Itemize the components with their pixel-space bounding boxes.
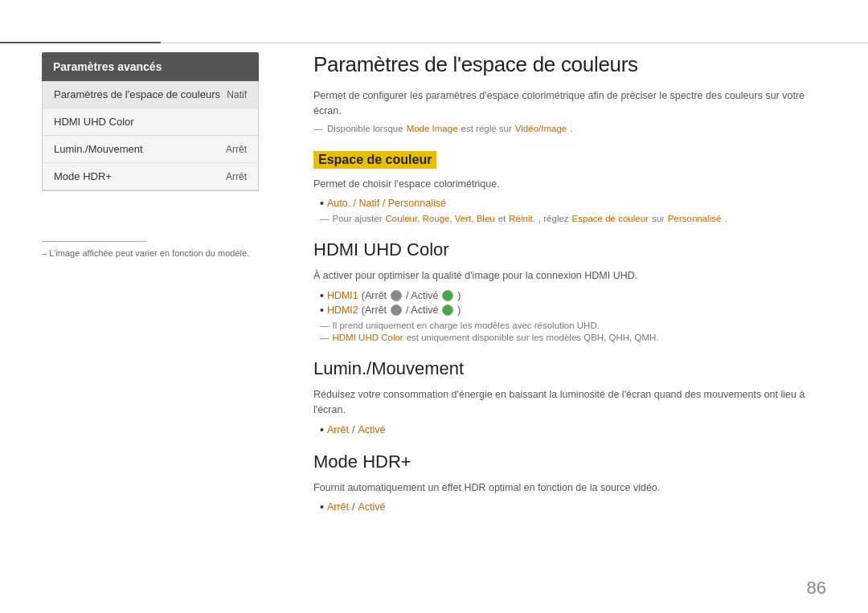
note2-link: HDMI UHD Color — [333, 333, 403, 342]
sidebar-title: Paramètres avancés — [42, 52, 259, 81]
sidebar-menu: Paramètres de l'espace de couleurs Natif… — [42, 81, 259, 191]
hdmi1-dot-green — [442, 290, 453, 301]
sub-note-links: Couleur, Rouge, Vert, Bleu — [386, 214, 495, 223]
hdmi1-end: ) — [457, 290, 461, 301]
sidebar-item-color-space[interactable]: Paramètres de l'espace de couleurs Natif — [43, 81, 258, 108]
sub-note-end: sur — [652, 214, 665, 223]
top-bar — [0, 42, 868, 43]
sidebar-note: – L'image affichée peut varier en foncti… — [42, 241, 259, 258]
hdmi2-end: ) — [457, 304, 461, 316]
page-title: Paramètres de l'espace de couleurs — [313, 52, 826, 77]
sidebar-note-line — [42, 241, 146, 242]
sub-note-suf: , réglez — [538, 214, 569, 223]
hdmi2-mid: (Arrêt — [362, 304, 387, 316]
section4-bullet: Arrêt / Activé — [320, 501, 826, 513]
note2-end: est uniquement disponible sur les modèle… — [407, 333, 659, 342]
section1-bullet1: Auto. / Natif / Personnalisé — [320, 198, 826, 209]
lumin-sep: / — [352, 424, 354, 435]
sub-note-pre: Pour ajuster — [333, 214, 383, 223]
hdmi1-link: HDMI1 — [327, 290, 358, 301]
section1-desc: Permet de choisir l'espace colorimétriqu… — [313, 177, 826, 192]
sub-note-link4: Personnalisé — [668, 214, 721, 223]
sidebar-item-lumin-value: Arrêt — [226, 144, 247, 155]
sidebar-item-color-space-label: Paramètres de l'espace de couleurs — [54, 88, 220, 100]
lumin-active: Activé — [358, 424, 385, 435]
sidebar-item-color-space-value: Natif — [227, 89, 247, 100]
sub-note-dash: — — [320, 214, 330, 223]
sidebar-item-hdr-value: Arrêt — [226, 171, 247, 182]
section-hdmi: HDMI UHD Color À activer pour optimiser … — [313, 239, 826, 342]
section2-bullets: HDMI1 (Arrêt / Activé ) HDMI2 (Arrêt / A… — [313, 290, 826, 316]
section2-title: HDMI UHD Color — [313, 239, 826, 260]
section2-desc: À activer pour optimiser la qualité d'im… — [313, 268, 826, 284]
section4-title: Mode HDR+ — [313, 452, 826, 472]
hdr-arret: Arrêt — [327, 501, 349, 513]
section1-options: Auto. / Natif / Personnalisé — [327, 198, 446, 209]
sidebar-item-hdmi[interactable]: HDMI UHD Color — [43, 108, 258, 136]
top-bar-light — [161, 43, 868, 43]
section2-bullet-hdmi1: HDMI1 (Arrêt / Activé ) — [320, 290, 826, 301]
section2-bullet-hdmi2: HDMI2 (Arrêt / Activé ) — [320, 304, 826, 316]
sidebar-item-hdr[interactable]: Mode HDR+ Arrêt — [43, 163, 258, 190]
hdmi2-sep: / Activé — [406, 304, 438, 316]
section1-title: Espace de couleur — [313, 151, 436, 169]
main-content: Paramètres de l'espace de couleurs Perme… — [313, 52, 826, 581]
section4-desc: Fournit automatiquement un effet HDR opt… — [313, 480, 826, 496]
intro-note: — Disponible lorsque Mode Image est régl… — [313, 124, 826, 133]
intro-note-mid: est réglé sur — [461, 124, 512, 133]
intro-note-link1[interactable]: Mode Image — [407, 124, 458, 133]
sidebar-item-hdmi-label: HDMI UHD Color — [54, 116, 134, 128]
sub-note-mid: et — [498, 214, 506, 223]
section-espace-couleur: Espace de couleur Permet de choisir l'es… — [313, 137, 826, 224]
section3-bullet: Arrêt / Activé — [320, 424, 826, 435]
section2-note1: — Il prend uniquement en charge les modè… — [320, 321, 826, 330]
section-lumin: Lumin./Mouvement Réduisez votre consomma… — [313, 358, 826, 435]
intro-text: Permet de configurer les paramètres d'es… — [313, 88, 826, 119]
sidebar-item-lumin[interactable]: Lumin./Mouvement Arrêt — [43, 136, 258, 163]
sidebar-item-hdr-label: Mode HDR+ — [54, 170, 112, 182]
top-bar-dark — [0, 42, 161, 43]
lumin-arret: Arrêt — [327, 424, 349, 435]
hdmi1-sep: / Activé — [406, 290, 438, 301]
section1-subnote: — Pour ajuster Couleur, Rouge, Vert, Ble… — [320, 214, 826, 223]
page-number: 86 — [807, 578, 826, 599]
section2-note2: — HDMI UHD Color est uniquement disponib… — [320, 333, 826, 342]
section-hdr: Mode HDR+ Fournit automatiquement un eff… — [313, 452, 826, 513]
sidebar: Paramètres avancés Paramètres de l'espac… — [42, 52, 259, 191]
section3-bullets: Arrêt / Activé — [313, 424, 826, 435]
note1-text: Il prend uniquement en charge les modèle… — [333, 321, 600, 330]
note-dash: — — [313, 124, 322, 133]
hdr-active: Activé — [358, 501, 385, 513]
sub-note-link2: Réinit. — [509, 214, 535, 223]
hdr-sep: / — [352, 501, 354, 513]
sub-note-period: . — [724, 214, 727, 223]
intro-note-link2[interactable]: Vidéo/Image — [515, 124, 567, 133]
hdmi2-dot-green — [442, 304, 453, 316]
section3-title: Lumin./Mouvement — [313, 358, 826, 379]
section3-desc: Réduisez votre consommation d'énergie en… — [313, 387, 826, 418]
note2-dash: — — [320, 333, 330, 342]
sidebar-item-lumin-label: Lumin./Mouvement — [54, 143, 143, 155]
intro-note-pre: Disponible lorsque — [327, 124, 403, 133]
intro-note-period: . — [570, 124, 572, 133]
hdmi1-mid: (Arrêt — [362, 290, 387, 301]
sidebar-note-text: – L'image affichée peut varier en foncti… — [42, 248, 259, 258]
note1-dash: — — [320, 321, 330, 330]
hdmi2-link: HDMI2 — [327, 304, 358, 316]
sub-note-link3: Espace de couleur — [572, 214, 649, 223]
section4-bullets: Arrêt / Activé — [313, 501, 826, 513]
hdmi2-dot-gray — [391, 304, 402, 316]
section1-bullets: Auto. / Natif / Personnalisé — [313, 198, 826, 209]
hdmi1-dot-gray — [391, 290, 402, 301]
